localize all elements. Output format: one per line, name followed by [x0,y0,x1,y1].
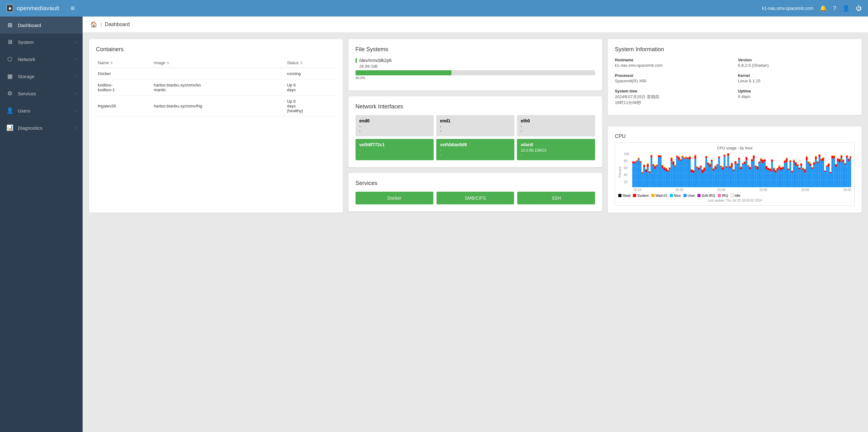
logo-text: openmediavault [17,5,59,12]
net-card-end1: end1 - - [436,115,515,136]
net-card-vethb6ae9d6: vethb6ae9d6 - - [436,139,515,160]
sysinfo-kernel-value: Linux 6.1.15 [738,79,855,83]
containers-card: Containers Name ⇅ Image ⇅ Status ⇅ Docke… [89,39,343,213]
sysinfo-uptime-label: Uptime [738,89,855,93]
legend-waitio: Wait-IO [651,194,667,197]
legend-dot [670,194,673,197]
containers-table: Name ⇅ Image ⇅ Status ⇅ Docker running k… [96,58,336,117]
net-ip2: - [521,152,591,157]
x-label: 15:40 [760,188,767,192]
service-docker-btn[interactable]: Docker [355,192,433,204]
filesystems-card: File Systems /dev/mmcblk2p6 26.99 GiB 40… [348,39,602,91]
service-smb-btn[interactable]: SMB/CIFS [437,192,515,204]
sidebar-item-left: 🖥 System [6,39,34,46]
chevron-right-icon: › [75,91,76,96]
net-ip: - [359,148,430,152]
sidebar-item-network[interactable]: ⬡ Network › [0,51,83,68]
legend-label: Soft-IRQ [702,194,715,197]
cpu-chart-container: CPU usage - by hour Percent 100 80 [615,142,855,206]
net-name: vethb6ae9d6 [440,142,510,147]
logo-area: ■ openmediavault [6,4,59,12]
sidebar-item-dashboard[interactable]: ⊞ Dashboard [0,17,83,34]
sidebar-label-diagnostics: Diagnostics [18,125,42,131]
legend-steal: Steal [618,194,630,197]
sidebar-item-storage[interactable]: ▦ Storage › [0,68,83,85]
storage-icon: ▦ [6,73,13,80]
sidebar-item-left: 📊 Diagnostics [6,124,42,131]
sysinfo-version-label: Version [738,58,855,62]
hostname-label: k1-nas.omv.spacemit.com [762,6,813,11]
legend-label: IRQ [722,194,728,197]
net-card-veth8f772c1: veth8f772c1 - - [355,139,434,160]
legend-dot [651,194,654,197]
services-icon: ⚙ [6,90,13,97]
network-interfaces-card: Network Interfaces end0 - - end1 - - [348,96,602,167]
container-name: kodbox-kodbox-1 [96,80,152,96]
legend-label: User [687,194,695,197]
sidebar-item-services[interactable]: ⚙ Services › [0,85,83,102]
home-icon[interactable]: 🏠 [90,21,97,28]
cpu-canvas [632,152,851,187]
sysinfo-kernel-label: Kernel [738,74,855,78]
sysinfo-systime: System time 2024年07月25日 星期四 16时11分06秒 [615,89,732,106]
legend-softirq: Soft-IRQ [698,194,715,197]
fs-device: /dev/mmcblk2p6 [355,58,595,63]
fs-progress-fill [355,70,452,75]
sidebar-label-network: Network [18,57,35,62]
container-name: Docker [96,68,152,80]
topbar-left: ■ openmediavault ≡ [6,4,75,12]
sysinfo-grid: Hostname k1-nas.omv.spacemit.com Version… [615,58,855,108]
sysinfo-hostname-label: Hostname [615,58,732,62]
legend-label: Idle [735,194,741,197]
fs-indicator [355,58,357,63]
hamburger-menu[interactable]: ≡ [71,4,75,12]
sysinfo-version: Version 6.8.2-5 (Shaitan) [738,58,855,68]
legend-label: System [637,194,649,197]
chart-with-y: 100 80 60 40 20 [624,152,851,187]
cpu-chart-area: Percent 100 80 60 40 20 [618,152,851,192]
legend-label: Nice [674,194,681,197]
chevron-right-icon: › [75,40,76,45]
col-status: Status ⇅ [285,58,336,68]
power-icon[interactable]: ⏻ [856,5,862,12]
sysinfo-uptime-value: 6 days [738,94,855,99]
cpu-chart-title: CPU usage - by hour [618,146,851,150]
notification-icon[interactable]: 🔔 [820,5,827,12]
sysinfo-processor-label: Processor [615,74,732,78]
sidebar-item-users[interactable]: 👤 Users › [0,102,83,119]
table-row: frigatev26 harbor.bianbu.xyz/omv/frig Up… [96,96,336,117]
table-row: kodbox-kodbox-1 harbor.bianbu.xyz/omv/ko… [96,80,336,96]
fs-name: /dev/mmcblk2p6 [359,58,392,63]
sysinfo-systime-value: 2024年07月25日 星期四 16时11分06秒 [615,94,732,106]
net-ip: - [359,124,430,129]
cpu-card: CPU CPU usage - by hour Percent 100 [608,126,862,213]
diagnostics-icon: 📊 [6,124,13,131]
sidebar-item-diagnostics[interactable]: 📊 Diagnostics › [0,119,83,136]
help-icon[interactable]: ? [833,5,836,12]
sidebar-item-system[interactable]: 🖥 System › [0,34,83,51]
sysinfo-hostname: Hostname k1-nas.omv.spacemit.com [615,58,732,68]
chevron-right-icon: › [75,125,76,130]
table-row: Docker running [96,68,336,80]
net-card-wlan0: wlan0 10.0.90.159/23 - [517,139,595,160]
sidebar-item-left: ⬡ Network [6,56,35,63]
legend-user: User [683,194,695,197]
system-info-card: System Information Hostname k1-nas.omv.s… [608,39,862,115]
user-icon[interactable]: 👤 [843,5,849,12]
net-card-eth0: eth0 - - [517,115,595,136]
legend-dot [618,194,621,197]
sysinfo-processor-value: Spacemit(R) X60 [615,79,732,83]
container-status: running [285,68,336,80]
net-ip: - [440,148,510,152]
sysinfo-kernel: Kernel Linux 6.1.15 [738,74,855,83]
net-card-end0: end0 - - [355,115,434,136]
container-image [152,68,285,80]
network-icon: ⬡ [6,56,13,63]
service-ssh-btn[interactable]: SSH [517,192,595,204]
legend-dot [731,194,734,197]
sysinfo-systime-label: System time [615,89,732,93]
right-column: System Information Hostname k1-nas.omv.s… [608,39,862,213]
middle-column: File Systems /dev/mmcblk2p6 26.99 GiB 40… [348,39,602,213]
services-title: Services [355,180,595,186]
net-ip2: - [440,129,510,133]
